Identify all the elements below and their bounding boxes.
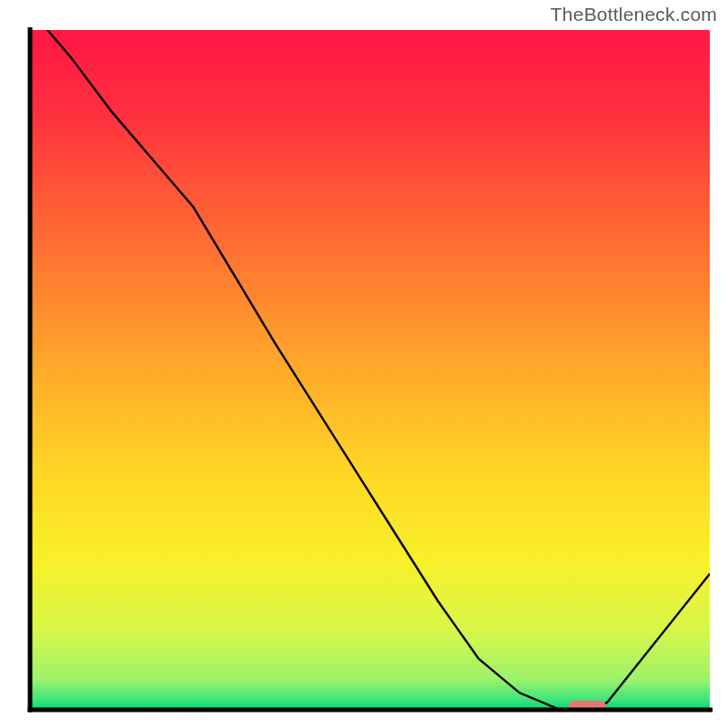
watermark-label: TheBottleneck.com: [551, 4, 717, 25]
gradient-panel: [30, 30, 710, 710]
bottleneck-chart: [0, 0, 728, 728]
